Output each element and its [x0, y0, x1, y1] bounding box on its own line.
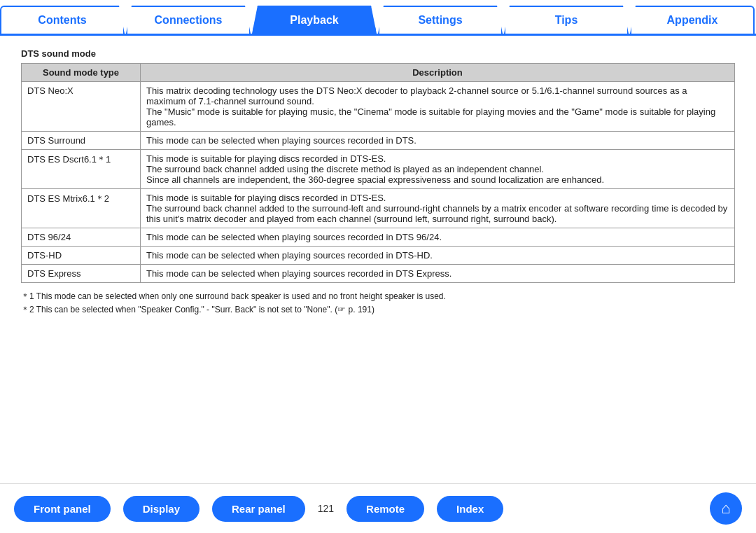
section-title: DTS sound mode	[21, 48, 735, 59]
table-row: DTS SurroundThis mode can be selected wh…	[22, 132, 735, 150]
index-button[interactable]: Index	[437, 496, 503, 522]
table-row: DTS Neo:XThis matrix decoding technology…	[22, 82, 735, 132]
table-row: DTS ES Mtrix6.1＊2This mode is suitable f…	[22, 189, 735, 228]
display-button[interactable]: Display	[123, 496, 200, 522]
sound-mode-description: This mode can be selected when playing s…	[141, 247, 735, 265]
col-header-description: Description	[141, 64, 735, 82]
sound-mode-description: This matrix decoding technology uses the…	[141, 82, 735, 132]
tab-playback[interactable]: Playback	[252, 6, 377, 34]
sound-mode-type: DTS ES Dscrt6.1＊1	[22, 150, 141, 189]
sound-mode-type: DTS-HD	[22, 247, 141, 265]
footnotes: ＊1 This mode can be selected when only o…	[21, 290, 735, 317]
sound-mode-type: DTS Neo:X	[22, 82, 141, 132]
footnote-1: ＊1 This mode can be selected when only o…	[21, 290, 735, 303]
sound-mode-type: DTS ES Mtrix6.1＊2	[22, 189, 141, 228]
tab-appendix[interactable]: Appendix	[630, 6, 755, 34]
home-button[interactable]: ⌂	[710, 492, 742, 525]
sound-mode-description: This mode can be selected when playing s…	[141, 265, 735, 283]
footnote-2: ＊2 This can be selected when "Speaker Co…	[21, 303, 735, 317]
sound-mode-description: This mode is suitable for playing discs …	[141, 150, 735, 189]
sound-mode-table: Sound mode type Description DTS Neo:XThi…	[21, 63, 735, 283]
bottom-navigation: Front panel Display Rear panel 121 Remot…	[0, 483, 756, 533]
sound-mode-type: DTS 96/24	[22, 228, 141, 247]
tab-connections[interactable]: Connections	[126, 6, 251, 34]
sound-mode-description: This mode can be selected when playing s…	[141, 132, 735, 150]
sound-mode-description: This mode is suitable for playing discs …	[141, 189, 735, 228]
sound-mode-description: This mode can be selected when playing s…	[141, 228, 735, 247]
top-navigation: Contents Connections Playback Settings T…	[0, 0, 756, 36]
tab-tips[interactable]: Tips	[504, 6, 629, 34]
tab-settings[interactable]: Settings	[378, 6, 503, 34]
table-row: DTS 96/24This mode can be selected when …	[22, 228, 735, 247]
rear-panel-button[interactable]: Rear panel	[212, 496, 305, 522]
sound-mode-type: DTS Surround	[22, 132, 141, 150]
table-row: DTS ES Dscrt6.1＊1This mode is suitable f…	[22, 150, 735, 189]
front-panel-button[interactable]: Front panel	[14, 496, 111, 522]
table-row: DTS-HDThis mode can be selected when pla…	[22, 247, 735, 265]
col-header-sound-mode: Sound mode type	[22, 64, 141, 82]
remote-button[interactable]: Remote	[346, 496, 424, 522]
table-row: DTS ExpressThis mode can be selected whe…	[22, 265, 735, 283]
tab-contents[interactable]: Contents	[0, 6, 125, 34]
main-content: DTS sound mode Sound mode type Descripti…	[0, 48, 756, 317]
sound-mode-type: DTS Express	[22, 265, 141, 283]
page-number: 121	[318, 503, 334, 514]
